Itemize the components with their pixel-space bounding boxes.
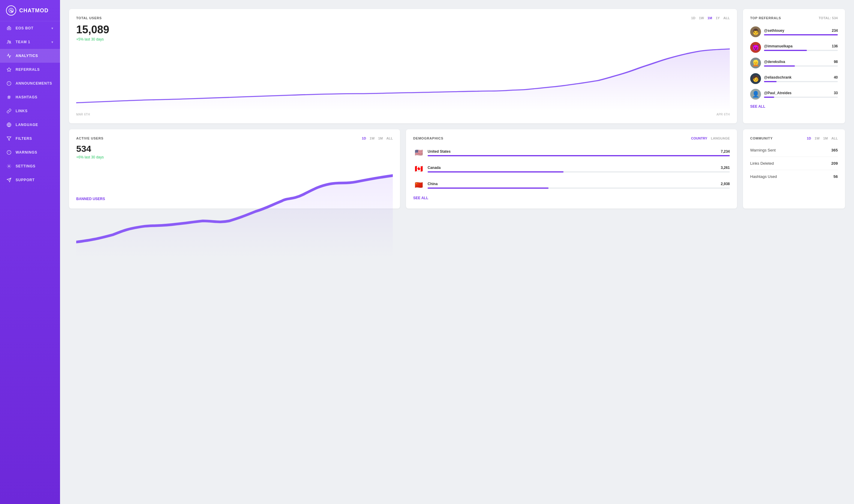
demographics-label: DEMOGRAPHICS	[413, 137, 444, 140]
support-label: SUPPORT	[16, 178, 35, 182]
referrals-see-all[interactable]: SEE ALL	[750, 104, 838, 109]
filters-icon	[6, 136, 12, 142]
support-icon	[6, 177, 12, 183]
referrals-label: REFERRALS	[16, 68, 40, 72]
comm-filter-all[interactable]: ALL	[832, 137, 838, 140]
hashtags-label: HASHTAGS	[16, 95, 37, 99]
sidebar-item-language[interactable]: LANGUAGE	[0, 118, 60, 132]
sidebar-item-hashtags[interactable]: HASHTAGS	[0, 90, 60, 104]
referral-avatar: 👨	[750, 26, 761, 37]
referral-bar	[764, 96, 774, 98]
demo-info: Canada 3,261	[428, 166, 730, 173]
community-row-value: 209	[831, 161, 838, 166]
comm-filter-1d[interactable]: 1D	[807, 137, 811, 140]
filter-1y[interactable]: 1Y	[716, 16, 719, 20]
au-filter-all[interactable]: ALL	[387, 137, 393, 140]
warnings-icon	[6, 149, 12, 156]
demo-item: 🇨🇳 China 2,938	[413, 180, 730, 191]
demo-item: 🇺🇸 United States 7,234	[413, 147, 730, 158]
demo-bar	[428, 171, 564, 173]
au-filter-1m[interactable]: 1M	[378, 137, 382, 140]
referral-bar	[764, 50, 807, 51]
date-labels: MAR 6TH APR 6TH	[76, 113, 730, 116]
links-label: LINKS	[16, 109, 28, 113]
settings-label: SETTINGS	[16, 164, 35, 168]
referral-name: @Paul_Atreides 33	[764, 91, 838, 95]
svg-rect-2	[7, 27, 11, 30]
svg-point-4	[9, 28, 10, 29]
community-row: Warnings Sent 365	[750, 144, 838, 157]
demo-info: China 2,938	[428, 182, 730, 189]
community-label: COMMUNITY	[750, 137, 773, 140]
referral-avatar: 🧑	[750, 73, 761, 84]
eos-bot-chevron: ▼	[51, 27, 54, 30]
total-users-value: 15,089	[76, 23, 730, 36]
total-users-header: TOTAL USERS 1D 1W 1M 1Y ALL	[76, 16, 730, 22]
total-users-change: +5% last 30 days	[76, 37, 730, 41]
community-card: COMMUNITY 1D 1W 1M ALL Warnings Sent 365…	[743, 129, 845, 209]
filter-1w[interactable]: 1W	[699, 16, 704, 20]
active-users-change: +6% last 30 days	[76, 155, 393, 159]
demo-tab-language[interactable]: LANGUAGE	[711, 137, 730, 140]
community-row: Hashtags Used 56	[750, 170, 838, 183]
analytics-label: ANALYTICS	[16, 54, 38, 58]
referral-bar-bg	[764, 66, 838, 67]
demo-name-row: Canada 3,261	[428, 166, 730, 170]
main-content: TOTAL USERS 1D 1W 1M 1Y ALL 15,089 +5% l…	[60, 0, 854, 504]
filter-all[interactable]: ALL	[724, 16, 730, 20]
referral-item: 👱 @dereksilva 98	[750, 58, 838, 68]
logo-icon	[6, 5, 16, 16]
referrals-icon	[6, 67, 12, 73]
svg-point-20	[8, 166, 10, 167]
referral-bar-bg	[764, 34, 838, 35]
active-users-header: ACTIVE USERS 1D 1W 1M ALL	[76, 137, 393, 142]
active-users-card: ACTIVE USERS 1D 1W 1M ALL 534 +6% last 3…	[69, 129, 400, 209]
active-users-chart	[76, 163, 393, 193]
referrals-label: TOP REFERRALS	[750, 16, 781, 20]
active-users-value: 534	[76, 144, 393, 154]
sidebar: CHATMOD EOS BOT ▼ TEAM 1 ▼	[0, 0, 60, 504]
referral-list: 👨 @sethlouey 234 😈 @immanuelkapa 136	[750, 26, 838, 100]
eos-bot-icon	[6, 25, 12, 31]
links-icon	[6, 108, 12, 114]
comm-filter-1w[interactable]: 1W	[815, 137, 820, 140]
date-end: APR 6TH	[716, 113, 730, 116]
sidebar-item-support[interactable]: SUPPORT	[0, 173, 60, 187]
sidebar-item-warnings[interactable]: WARNINGS	[0, 145, 60, 159]
sidebar-item-team1[interactable]: TEAM 1 ▼	[0, 35, 60, 49]
demographics-see-all[interactable]: SEE ALL	[413, 196, 730, 200]
referral-item: 👤 @Paul_Atreides 33	[750, 89, 838, 100]
banned-users-link[interactable]: BANNED USERS	[76, 197, 105, 201]
community-header: COMMUNITY 1D 1W 1M ALL	[750, 137, 838, 142]
au-filter-1d[interactable]: 1D	[362, 137, 366, 140]
referral-name: @dereksilva 98	[764, 60, 838, 64]
sidebar-item-settings[interactable]: SETTINGS	[0, 159, 60, 173]
comm-filter-1m[interactable]: 1M	[823, 137, 828, 140]
active-users-time-filters: 1D 1W 1M ALL	[362, 137, 393, 140]
top-referrals-card: TOP REFERRALS TOTAL: 534 👨 @sethlouey 23…	[743, 9, 845, 123]
language-label: LANGUAGE	[16, 123, 38, 127]
sidebar-item-announcements[interactable]: ANNOUNCEMENTS	[0, 76, 60, 90]
referral-info: @sethlouey 234	[764, 29, 838, 35]
sidebar-item-eos-bot[interactable]: EOS BOT ▼	[0, 21, 60, 35]
community-row-label: Warnings Sent	[750, 148, 776, 152]
community-row: Links Deleted 209	[750, 157, 838, 170]
referral-avatar: 😈	[750, 42, 761, 53]
referral-avatar: 👤	[750, 89, 761, 100]
demo-bar-bg	[428, 155, 730, 156]
bottom-row: ACTIVE USERS 1D 1W 1M ALL 534 +6% last 3…	[69, 129, 845, 209]
referral-info: @eliasdschrank 40	[764, 75, 838, 82]
filter-1m[interactable]: 1M	[708, 16, 712, 20]
au-filter-1w[interactable]: 1W	[370, 137, 375, 140]
community-row-value: 56	[834, 174, 838, 179]
svg-line-12	[8, 95, 8, 99]
referral-item: 🧑 @eliasdschrank 40	[750, 73, 838, 84]
sidebar-item-analytics[interactable]: ANALYTICS	[0, 49, 60, 63]
announcements-icon	[6, 80, 12, 86]
sidebar-item-filters[interactable]: FILTERS	[0, 132, 60, 145]
sidebar-item-referrals[interactable]: REFERRALS	[0, 63, 60, 76]
demo-tab-country[interactable]: COUNTRY	[691, 137, 707, 140]
demo-item: 🇨🇦 Canada 3,261	[413, 163, 730, 174]
sidebar-item-links[interactable]: LINKS	[0, 104, 60, 118]
filter-1d[interactable]: 1D	[691, 16, 695, 20]
